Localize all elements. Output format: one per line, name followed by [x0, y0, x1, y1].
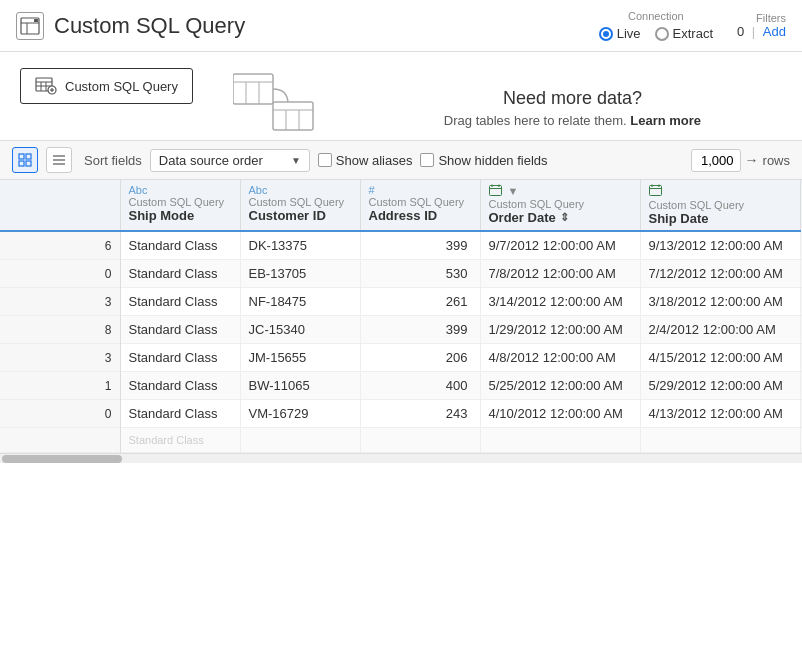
- ship-date-cell: 4/13/2012 12:00:00 AM: [640, 400, 800, 428]
- order-date-cell: 5/25/2012 12:00:00 AM: [480, 372, 640, 400]
- sql-table-icon: [35, 77, 57, 95]
- ship-mode-cell: Standard Class: [120, 372, 240, 400]
- data-table: Abc Custom SQL Query Ship Mode Abc Custo…: [0, 180, 802, 453]
- ship-mode-source: Custom SQL Query: [129, 196, 232, 208]
- ship-date-cell: 3/18/2012 12:00:00 AM: [640, 288, 800, 316]
- sql-query-box[interactable]: Custom SQL Query: [20, 68, 193, 104]
- connection-label: Connection: [628, 10, 684, 22]
- sql-query-label: Custom SQL Query: [65, 79, 178, 94]
- customer-id-cell: NF-18475: [240, 288, 360, 316]
- table-row: 1 Standard Class BW-11065 400 5/25/2012 …: [0, 372, 802, 400]
- svg-rect-22: [19, 161, 24, 166]
- order-date-sort-icon[interactable]: ⇕: [560, 211, 569, 224]
- bottom-scrollbar[interactable]: [0, 453, 802, 463]
- sort-dropdown-value: Data source order: [159, 153, 263, 168]
- table-row: 3 Standard Class NF-18475 261 3/14/2012 …: [0, 288, 802, 316]
- sheet-icon-button[interactable]: [16, 12, 44, 40]
- row-num-cell: 3: [0, 288, 120, 316]
- address-id-cell: 399: [360, 231, 480, 260]
- drag-area: Need more data? Drag tables here to rela…: [363, 68, 782, 128]
- show-hidden-label: Show hidden fields: [438, 153, 547, 168]
- table-header-row: Abc Custom SQL Query Ship Mode Abc Custo…: [0, 180, 802, 231]
- filters-row: 0 | Add: [737, 24, 786, 39]
- order-date-cell: 9/7/2012 12:00:00 AM: [480, 231, 640, 260]
- address-id-cell: 206: [360, 344, 480, 372]
- col-header-ship-date: Custom SQL Query Ship Date: [640, 180, 800, 231]
- rows-input-group: 1,000 → rows: [691, 149, 790, 172]
- ship-mode-cell: Standard Class: [120, 288, 240, 316]
- col-header-address-id: # Custom SQL Query Address ID: [360, 180, 480, 231]
- rows-input[interactable]: 1,000: [691, 149, 741, 172]
- live-option[interactable]: Live: [599, 26, 641, 41]
- sort-dropdown[interactable]: Data source order ▼: [150, 149, 310, 172]
- filters-group: Filters 0 | Add: [737, 12, 786, 39]
- extract-label: Extract: [673, 26, 713, 41]
- order-date-name: Order Date ⇕: [489, 210, 632, 225]
- extract-radio[interactable]: [655, 27, 669, 41]
- order-date-cell: 3/14/2012 12:00:00 AM: [480, 288, 640, 316]
- col-header-ship-mode: Abc Custom SQL Query Ship Mode: [120, 180, 240, 231]
- ship-mode-cell: Standard Class: [120, 231, 240, 260]
- connection-group: Connection Live Extract: [599, 10, 713, 41]
- sort-fields-label: Sort fields: [84, 153, 142, 168]
- show-aliases-label: Show aliases: [336, 153, 413, 168]
- rows-label: rows: [763, 153, 790, 168]
- table-row-truncated: Standard Class: [0, 428, 802, 453]
- row-num-cell: 1: [0, 372, 120, 400]
- ship-date-cell: 2/4/2012 12:00:00 AM: [640, 316, 800, 344]
- customer-id-cell: BW-11065: [240, 372, 360, 400]
- show-hidden-option[interactable]: Show hidden fields: [420, 153, 547, 168]
- svg-rect-21: [26, 154, 31, 159]
- ship-date-cell: 7/12/2012 12:00:00 AM: [640, 260, 800, 288]
- svg-rect-23: [26, 161, 31, 166]
- svg-rect-12: [233, 74, 273, 104]
- svg-rect-27: [489, 186, 501, 196]
- extract-option[interactable]: Extract: [655, 26, 713, 41]
- row-num-cell: 6: [0, 231, 120, 260]
- filters-label: Filters: [756, 12, 786, 24]
- ship-date-cell: 4/15/2012 12:00:00 AM: [640, 344, 800, 372]
- customer-id-cell: EB-13705: [240, 260, 360, 288]
- col-header-customer-id: Abc Custom SQL Query Customer ID: [240, 180, 360, 231]
- order-date-cell: 4/8/2012 12:00:00 AM: [480, 344, 640, 372]
- rows-arrow-icon[interactable]: →: [745, 152, 759, 168]
- live-label: Live: [617, 26, 641, 41]
- data-table-wrapper: Abc Custom SQL Query Ship Mode Abc Custo…: [0, 180, 802, 463]
- order-date-cell: 4/10/2012 12:00:00 AM: [480, 400, 640, 428]
- toolbar: Sort fields Data source order ▼ Show ali…: [0, 141, 802, 180]
- live-radio[interactable]: [599, 27, 613, 41]
- customer-id-cell: VM-16729: [240, 400, 360, 428]
- filters-count: 0: [737, 24, 744, 39]
- ship-date-cell: 9/13/2012 12:00:00 AM: [640, 231, 800, 260]
- drag-subtitle: Drag tables here to relate them. Learn m…: [363, 113, 782, 128]
- show-aliases-checkbox[interactable]: [318, 153, 332, 167]
- table-row: 0 Standard Class VM-16729 243 4/10/2012 …: [0, 400, 802, 428]
- show-aliases-option[interactable]: Show aliases: [318, 153, 413, 168]
- ship-mode-cell: Standard Class: [120, 316, 240, 344]
- list-view-button[interactable]: [46, 147, 72, 173]
- address-id-source: Custom SQL Query: [369, 196, 472, 208]
- order-date-source: Custom SQL Query: [489, 198, 632, 210]
- ship-mode-name: Ship Mode: [129, 208, 232, 223]
- address-id-cell: 400: [360, 372, 480, 400]
- connection-options: Live Extract: [599, 26, 713, 41]
- svg-rect-31: [649, 186, 661, 196]
- col-header-order-date: ▼ Custom SQL Query Order Date ⇕: [480, 180, 640, 231]
- header-left: Custom SQL Query: [16, 12, 599, 40]
- filters-divider: |: [748, 24, 759, 39]
- bottom-scroll-thumb[interactable]: [2, 455, 122, 463]
- ship-mode-cell: Standard Class: [120, 400, 240, 428]
- order-date-cell: 1/29/2012 12:00:00 AM: [480, 316, 640, 344]
- canvas-area: Custom SQL Query: [0, 52, 802, 141]
- need-more-data-text: Need more data?: [363, 88, 782, 109]
- row-num-cell: 0: [0, 400, 120, 428]
- address-id-name: Address ID: [369, 208, 472, 223]
- add-filter-link[interactable]: Add: [763, 24, 786, 39]
- customer-id-cell: JM-15655: [240, 344, 360, 372]
- table-row: 0 Standard Class EB-13705 530 7/8/2012 1…: [0, 260, 802, 288]
- address-id-cell: 530: [360, 260, 480, 288]
- customer-id-cell: JC-15340: [240, 316, 360, 344]
- show-hidden-checkbox[interactable]: [420, 153, 434, 167]
- grid-view-button[interactable]: [12, 147, 38, 173]
- learn-more-link[interactable]: Learn more: [630, 113, 701, 128]
